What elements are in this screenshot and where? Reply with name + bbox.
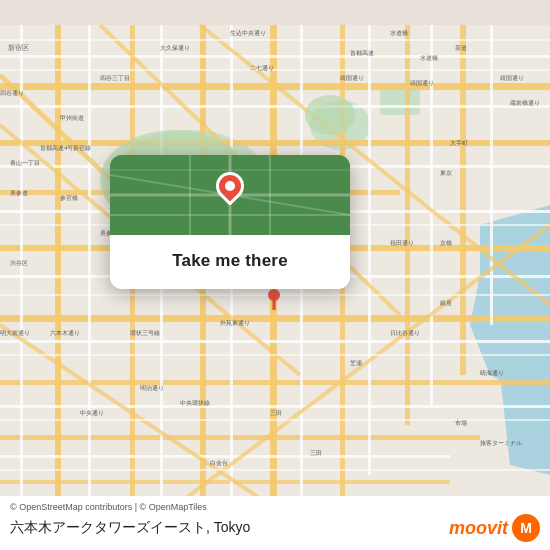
svg-rect-29 xyxy=(20,25,23,525)
svg-text:明大前通り: 明大前通り xyxy=(0,330,30,336)
svg-text:日比谷通り: 日比谷通り xyxy=(390,330,420,336)
svg-text:中央環状線: 中央環状線 xyxy=(180,400,210,406)
svg-text:大手町: 大手町 xyxy=(450,140,468,146)
svg-text:表参道: 表参道 xyxy=(10,190,28,196)
svg-text:銀座: 銀座 xyxy=(440,299,452,306)
svg-rect-19 xyxy=(460,25,466,375)
svg-text:白金台: 白金台 xyxy=(210,460,228,466)
svg-rect-25 xyxy=(0,340,550,343)
svg-rect-20 xyxy=(0,55,550,58)
location-row: 六本木アークタワーズイースト, Tokyo moovit M xyxy=(10,514,540,542)
svg-text:大久保通り: 大久保通り xyxy=(160,45,190,51)
svg-text:東京: 東京 xyxy=(440,169,452,176)
svg-rect-27 xyxy=(0,455,450,458)
svg-text:環状三号線: 環状三号線 xyxy=(130,330,160,336)
svg-text:靖国通り: 靖国通り xyxy=(500,75,524,81)
map-container: 新宿区 四谷三丁目 青山一丁目 渋谷区 六本木通り 明治通り 外苑東通り 乃木坂… xyxy=(0,0,550,550)
take-me-there-button[interactable]: Take me there xyxy=(172,247,288,275)
moovit-icon: M xyxy=(512,514,540,542)
location-name: 六本木アークタワーズイースト, Tokyo xyxy=(10,519,250,537)
svg-text:靖国通り: 靖国通り xyxy=(410,80,434,86)
svg-text:明治通り: 明治通り xyxy=(140,385,164,391)
svg-rect-21 xyxy=(0,105,550,108)
attribution-text: © OpenStreetMap contributors | © OpenMap… xyxy=(10,502,540,512)
svg-text:四谷通り: 四谷通り xyxy=(0,90,24,96)
svg-text:水道橋: 水道橋 xyxy=(390,30,408,36)
svg-text:京橋: 京橋 xyxy=(440,239,452,246)
svg-text:青山一丁目: 青山一丁目 xyxy=(10,160,40,166)
svg-text:二七通り: 二七通り xyxy=(250,65,274,71)
location-pin xyxy=(216,172,244,208)
svg-text:祝田通り: 祝田通り xyxy=(390,240,414,246)
svg-text:外苑東通り: 外苑東通り xyxy=(220,320,250,326)
svg-text:甲州街道: 甲州街道 xyxy=(60,115,84,121)
svg-rect-26 xyxy=(0,405,550,408)
svg-text:生込中央通り: 生込中央通り xyxy=(230,30,266,36)
svg-text:三田: 三田 xyxy=(270,410,282,416)
svg-text:晴海通り: 晴海通り xyxy=(480,370,504,376)
svg-rect-11 xyxy=(0,435,480,440)
svg-rect-12 xyxy=(0,480,450,484)
svg-text:旅客ターミナル: 旅客ターミナル xyxy=(480,439,522,446)
svg-text:新宿区: 新宿区 xyxy=(8,44,29,51)
svg-text:蔵前橋通り: 蔵前橋通り xyxy=(510,100,540,106)
popup-content: Take me there xyxy=(110,235,350,289)
svg-text:三田: 三田 xyxy=(310,450,322,456)
svg-text:四谷三丁目: 四谷三丁目 xyxy=(100,75,130,81)
svg-text:茶道: 茶道 xyxy=(455,45,467,51)
svg-text:首都高速4号新宿線: 首都高速4号新宿線 xyxy=(40,144,91,151)
svg-rect-34 xyxy=(368,25,371,475)
svg-text:市場: 市場 xyxy=(455,419,467,426)
svg-text:芝浦: 芝浦 xyxy=(350,360,362,366)
svg-text:参宮橋: 参宮橋 xyxy=(60,194,78,201)
popup-card: Take me there xyxy=(110,155,350,289)
moovit-brand-text: moovit xyxy=(449,518,508,539)
popup-map-preview xyxy=(110,155,350,235)
svg-text:中央通り: 中央通り xyxy=(80,410,104,416)
svg-rect-30 xyxy=(88,25,91,525)
svg-text:六本木通り: 六本木通り xyxy=(50,329,80,336)
svg-point-51 xyxy=(305,95,355,135)
svg-text:水道橋: 水道橋 xyxy=(420,55,438,61)
bottom-bar: © OpenStreetMap contributors | © OpenMap… xyxy=(0,496,550,550)
svg-text:首都高速: 首都高速 xyxy=(350,49,374,56)
svg-text:渋谷区: 渋谷区 xyxy=(10,260,28,266)
svg-text:靖国通り: 靖国通り xyxy=(340,75,364,81)
moovit-logo: moovit M xyxy=(449,514,540,542)
